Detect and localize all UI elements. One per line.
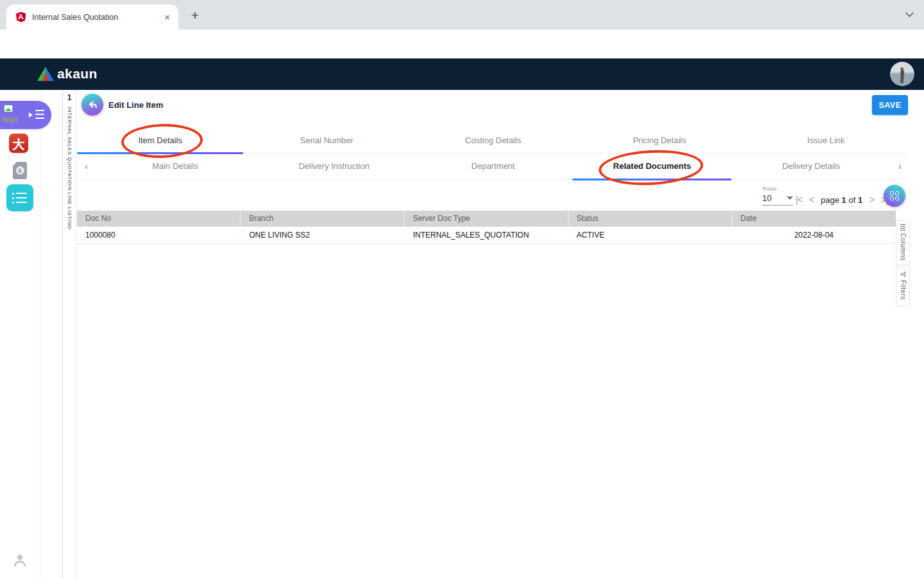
tab-pricing-details[interactable]: Pricing Details [576,128,742,153]
column-header-branch[interactable]: Branch [241,211,404,227]
table-row[interactable]: 1000080ONE LIVING SS2INTERNAL_SALES_QUOT… [77,227,896,244]
app-header: akaun [0,58,924,90]
browser-tab[interactable]: Internal Sales Quotation × [6,4,178,30]
chevron-down-icon[interactable] [905,12,914,17]
table-header: Doc NoBranchServer Doc TypeStatusDate [77,211,896,227]
browser-toolbar: akaun.cloud/#/applet/tnt/wavelet/erp/int… [0,30,924,58]
column-header-doc-no[interactable]: Doc No [77,211,241,227]
columns-panel-button[interactable]: Columns [896,220,910,265]
screen: Internal Sales Quotation × + akaun.cloud… [0,0,924,578]
page-current: 1 [842,195,846,205]
angular-favicon-icon [15,12,26,22]
tab-department[interactable]: Department [414,153,573,179]
rows-per-page-select[interactable]: 10 [762,193,793,206]
first-page-icon[interactable]: |< [796,195,802,205]
tab-serial-number[interactable]: Serial Number [243,128,409,153]
tab-costing-details[interactable]: Costing Details [410,128,576,153]
listing-title: INTERNAL SALES QUOTATION LINE LISTING [67,107,73,229]
new-tab-button[interactable]: + [187,8,203,23]
listing-strip: 1 INTERNAL SALES QUOTATION LINE LISTING [62,90,76,578]
page-total: 1 [858,195,862,205]
prev-page-icon[interactable]: < [809,195,814,205]
rows-value: 10 [762,193,771,203]
tab-delivery-details[interactable]: Delivery Details [732,153,891,179]
cell-doc-no: 1000080 [77,227,241,243]
table-body: 1000080ONE LIVING SS2INTERNAL_SALES_QUOT… [77,227,896,244]
brand-name: akaun [57,66,98,82]
sidebar-item-sales-doc[interactable]: $ [13,162,27,179]
user-avatar[interactable] [890,62,914,86]
tab-related-documents[interactable]: Related Documents [572,153,732,179]
columns-icon [900,224,905,231]
back-button[interactable] [81,94,103,116]
related-documents-table: Doc NoBranchServer Doc TypeStatusDate 10… [77,211,896,244]
grid-view-button[interactable] [884,185,905,207]
grid-icon [890,191,900,201]
cell-status: ACTIVE [569,227,732,243]
sidebar-item-red-app[interactable]: 大 [9,134,28,153]
tab-title: Internal Sales Quotation [32,13,162,22]
filters-panel-button[interactable]: Filters [896,267,910,306]
secondary-tabs: ‹Main DetailsDelivery InstructionDepartm… [77,153,909,180]
next-page-icon[interactable]: > [869,195,874,205]
tab-main-details[interactable]: Main Details [96,153,255,179]
sidebar-item-line-listing[interactable] [6,184,33,211]
cell-branch: ONE LIVING SS2 [241,227,404,243]
rows-control: Rows 10 [762,186,793,206]
dollar-icon: $ [16,166,24,175]
tab-item-details[interactable]: Item Details [77,128,243,153]
filter-icon [900,271,906,277]
back-arrow-icon [87,99,98,110]
save-button[interactable]: SAVE [872,95,908,115]
broken-image-icon [4,105,13,112]
dropdown-caret-icon [787,197,793,200]
brand-logo[interactable]: akaun [37,66,98,82]
primary-tabs: Item DetailsSerial NumberCosting Details… [77,128,909,153]
app-sidebar: logo 大 $ [0,90,40,578]
listing-index: 1 [63,93,76,102]
tab-issue-link[interactable]: Issue Link [743,128,909,153]
tab-delivery-instruction[interactable]: Delivery Instruction [255,153,414,179]
user-person-icon[interactable] [13,553,26,567]
menu-open-icon [29,110,44,120]
rows-label: Rows [762,186,793,192]
avatar-photo [890,62,914,86]
scroll-right-icon[interactable]: › [891,153,909,179]
scroll-left-icon[interactable]: ‹ [77,153,96,179]
pagination: |< < page 1 of 1 > >| [796,195,887,205]
filters-label: Filters [900,280,907,300]
akaun-triangle-icon [37,67,54,81]
cell-server-doc-type: INTERNAL_SALES_QUOTATION [404,227,568,243]
column-header-server-doc-type[interactable]: Server Doc Type [404,211,568,227]
close-tab-icon[interactable]: × [162,12,172,22]
column-header-date[interactable]: Date [732,211,896,227]
page-title: Edit Line Item [108,100,163,110]
cell-date: 2022-08-04 [732,227,896,243]
column-header-status[interactable]: Status [569,211,732,227]
sidebar-logo-toggle[interactable]: logo [0,101,51,129]
logo-alt-text: logo [2,114,18,124]
browser-tabstrip: Internal Sales Quotation × + [0,0,924,30]
secondary-active-indicator [572,179,732,180]
page-indicator: page 1 of 1 [821,195,862,205]
columns-label: Columns [900,233,907,261]
